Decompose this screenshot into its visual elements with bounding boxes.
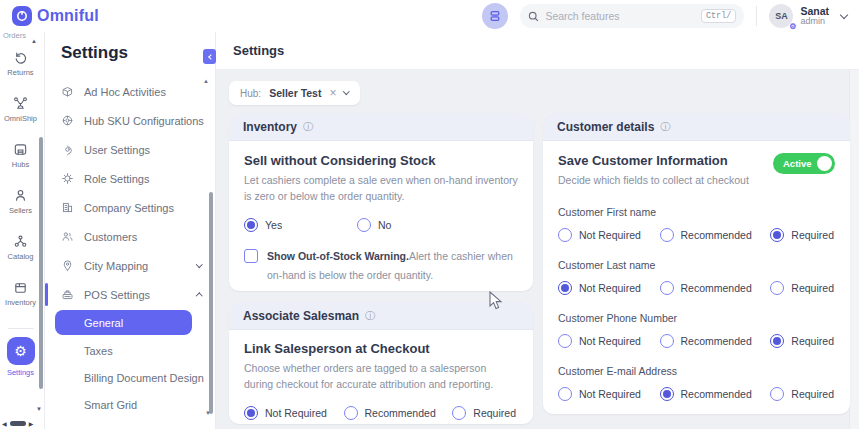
rail-item-sellers[interactable]: Sellers bbox=[9, 188, 32, 234]
info-icon[interactable]: ⓘ bbox=[303, 120, 313, 134]
email-address-radio-group: Not Required Recommended Required bbox=[558, 387, 835, 401]
radio-recommended[interactable]: Recommended bbox=[660, 334, 752, 348]
radio-no[interactable]: No bbox=[357, 218, 391, 232]
sidenav-vertical-scrollbar[interactable] bbox=[209, 192, 213, 414]
radio-yes[interactable]: Yes bbox=[244, 218, 357, 232]
radio-recommended[interactable]: Recommended bbox=[660, 228, 752, 242]
radio-icon[interactable] bbox=[660, 228, 674, 242]
nav-item-pos-settings[interactable]: POS Settings bbox=[45, 280, 215, 309]
rail-item-omniship[interactable]: OmniShip bbox=[4, 96, 37, 142]
rail-divider bbox=[8, 328, 34, 329]
nav-item-city-mapping[interactable]: City Mapping bbox=[45, 251, 215, 280]
hub-filter-value: Seller Test bbox=[269, 87, 321, 99]
scroll-right-icon[interactable]: ▶ bbox=[29, 420, 34, 427]
rail-item-label: Hubs bbox=[12, 160, 30, 169]
radio-required[interactable]: Required bbox=[770, 334, 834, 348]
user-menu-chevron-down-icon[interactable] bbox=[840, 10, 848, 18]
rail-vertical-scrollbar[interactable] bbox=[39, 137, 43, 389]
content-area: Hub: Seller Test × Inventory ⓘ Sell with… bbox=[216, 70, 859, 429]
nav-item-hub-sku-configurations[interactable]: Hub SKU Configurations bbox=[45, 106, 215, 135]
module-rail: Orders ▲ Returns OmniShip Hubs Sellers C… bbox=[0, 32, 45, 429]
radio-icon[interactable] bbox=[244, 218, 258, 232]
radio-recommended[interactable]: Recommended bbox=[660, 387, 752, 401]
rail-item-hubs[interactable]: Hubs bbox=[12, 142, 30, 188]
hub-switcher-button[interactable] bbox=[482, 3, 508, 29]
content-scrollbar-track[interactable] bbox=[849, 70, 859, 429]
customers-icon bbox=[61, 230, 74, 243]
out-of-stock-warning-checkbox[interactable] bbox=[244, 249, 258, 263]
radio-icon[interactable] bbox=[660, 387, 674, 401]
rail-scroll-down-icon[interactable]: ▼ bbox=[36, 406, 42, 412]
nav-subitem-smart-grid[interactable]: Smart Grid bbox=[45, 391, 215, 418]
radio-icon[interactable] bbox=[660, 281, 674, 295]
search-input[interactable]: Search features Ctrl/ bbox=[520, 4, 744, 28]
omniful-logo[interactable]: Omniful bbox=[12, 6, 99, 26]
radio-icon[interactable] bbox=[770, 334, 784, 348]
rail-horizontal-scrollbar[interactable]: ◀ ▶ bbox=[2, 420, 33, 427]
horizontal-scroll-thumb[interactable] bbox=[10, 421, 26, 426]
scroll-left-icon[interactable]: ◀ bbox=[2, 420, 7, 427]
user-menu[interactable]: SA ⚙ Sanat admin bbox=[769, 4, 829, 28]
radio-icon[interactable] bbox=[660, 334, 674, 348]
radio-required[interactable]: Required bbox=[770, 387, 834, 401]
sidenav-collapse-button[interactable] bbox=[203, 49, 216, 64]
radio-icon[interactable] bbox=[770, 387, 784, 401]
radio-icon[interactable] bbox=[558, 281, 572, 295]
rail-scroll-up-icon[interactable]: ▲ bbox=[31, 38, 37, 44]
active-toggle[interactable]: Active bbox=[773, 153, 835, 174]
radio-label: Not Required bbox=[265, 407, 327, 419]
info-icon[interactable]: ⓘ bbox=[365, 309, 375, 323]
radio-required[interactable]: Required bbox=[770, 281, 834, 295]
nav-subitem-general[interactable]: General bbox=[55, 310, 192, 335]
nav-subitem-billing-document-design[interactable]: Billing Document Design bbox=[45, 364, 215, 391]
radio-not-required[interactable]: Not Required bbox=[558, 228, 641, 242]
out-of-stock-warning-row[interactable]: Show Out-of-Stock Warning.Alert the cash… bbox=[244, 247, 518, 287]
radio-icon[interactable] bbox=[344, 406, 358, 420]
radio-not-required[interactable]: Not Required bbox=[558, 334, 641, 348]
info-icon[interactable]: ⓘ bbox=[660, 120, 670, 134]
nav-item-label: City Mapping bbox=[84, 260, 148, 272]
rail-item-catalog[interactable]: Catalog bbox=[8, 234, 34, 280]
nav-item-company-settings[interactable]: Company Settings bbox=[45, 193, 215, 222]
hub-filter-chip[interactable]: Hub: Seller Test × bbox=[229, 81, 360, 105]
rail-item-label: Catalog bbox=[8, 252, 34, 261]
radio-icon[interactable] bbox=[770, 281, 784, 295]
nav-item-customers[interactable]: Customers bbox=[45, 222, 215, 251]
radio-label: Not Required bbox=[579, 282, 641, 294]
radio-icon[interactable] bbox=[357, 218, 371, 232]
radio-icon[interactable] bbox=[558, 334, 572, 348]
inventory-card: Inventory ⓘ Sell without Considering Sto… bbox=[229, 113, 533, 291]
rail-item-orders-partial[interactable]: Orders bbox=[3, 31, 26, 40]
rail-item-inventory[interactable]: Inventory bbox=[5, 280, 36, 326]
hub-filter-chevron-down-icon[interactable] bbox=[344, 88, 350, 94]
radio-not-required[interactable]: Not Required bbox=[558, 281, 641, 295]
radio-label: Recommended bbox=[681, 335, 752, 347]
rail-item-settings[interactable]: ⚙ Settings bbox=[7, 337, 35, 383]
radio-icon[interactable] bbox=[452, 406, 466, 420]
nav-subitem-label: General bbox=[84, 317, 123, 329]
nav-item-user-settings[interactable]: User Settings bbox=[45, 135, 215, 164]
stacked-hubs-icon bbox=[488, 9, 502, 23]
radio-required[interactable]: Required bbox=[452, 406, 516, 420]
radio-icon[interactable] bbox=[558, 228, 572, 242]
radio-icon[interactable] bbox=[558, 387, 572, 401]
nav-subitem-taxes[interactable]: Taxes bbox=[45, 337, 215, 364]
radio-not-required[interactable]: Not Required bbox=[558, 387, 641, 401]
radio-recommended[interactable]: Recommended bbox=[344, 406, 436, 420]
radio-label: Not Required bbox=[579, 388, 641, 400]
radio-not-required[interactable]: Not Required bbox=[244, 406, 327, 420]
radio-recommended[interactable]: Recommended bbox=[660, 281, 752, 295]
user-settings-icon bbox=[61, 143, 74, 156]
sidenav-scroll-down-icon[interactable]: ▼ bbox=[205, 410, 211, 416]
inventory-icon bbox=[13, 280, 28, 295]
rail-item-returns[interactable]: Returns bbox=[7, 50, 33, 96]
nav-item-label: Role Settings bbox=[84, 173, 149, 185]
radio-icon[interactable] bbox=[244, 406, 258, 420]
radio-required[interactable]: Required bbox=[770, 228, 834, 242]
radio-icon[interactable] bbox=[770, 228, 784, 242]
hub-filter-close-icon[interactable]: × bbox=[329, 87, 336, 99]
field-label-email-address: Customer E-mail Address bbox=[558, 365, 835, 377]
hubs-icon bbox=[13, 142, 28, 157]
nav-item-ad-hoc-activities[interactable]: Ad Hoc Activities bbox=[45, 77, 215, 106]
nav-item-role-settings[interactable]: Role Settings bbox=[45, 164, 215, 193]
